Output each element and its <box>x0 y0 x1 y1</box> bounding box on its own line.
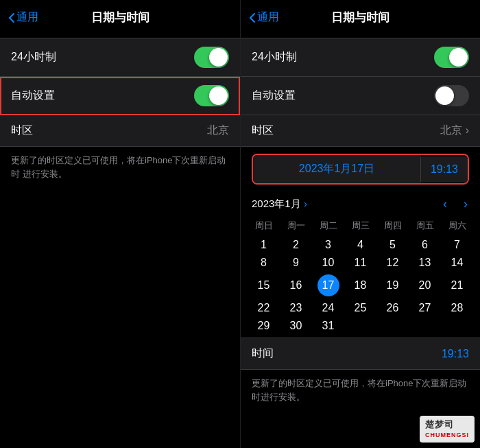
left-panel: 通用 日期与时间 24小时制 自动设置 时区 北京 更新了的时区定义已可使用，将… <box>0 0 240 448</box>
calendar-next-button[interactable]: › <box>462 197 469 211</box>
left-title: 日期与时间 <box>91 10 149 25</box>
calendar-day[interactable]: 13 <box>409 254 441 272</box>
calendar-day[interactable]: 5 <box>376 236 409 254</box>
right-title: 日期与时间 <box>331 10 389 25</box>
right-row-24h: 24小时制 <box>241 38 480 77</box>
calendar-day[interactable]: 29 <box>248 317 280 335</box>
calendar-day[interactable]: 7 <box>441 236 473 254</box>
weekday-0: 周日 <box>248 217 280 236</box>
calendar-day[interactable]: 18 <box>344 272 376 299</box>
left-row-auto: 自动设置 <box>0 77 240 115</box>
calendar-day[interactable]: 4 <box>344 236 376 254</box>
left-header: 通用 日期与时间 <box>0 0 240 32</box>
calendar-day[interactable]: 6 <box>409 236 441 254</box>
left-24h-toggle[interactable] <box>194 47 229 68</box>
calendar-day[interactable]: 10 <box>312 254 344 272</box>
weekday-4: 周四 <box>376 217 409 236</box>
right-settings-section: 24小时制 自动设置 时区 北京 › <box>241 38 480 147</box>
right-row-timezone[interactable]: 时区 北京 › <box>241 115 480 147</box>
right-note: 更新了的时区定义已可使用，将在iPhone下次重新启动时进行安装。 <box>241 370 480 410</box>
time-label: 时间 <box>252 346 274 361</box>
right-header: 通用 日期与时间 <box>241 0 480 32</box>
left-timezone-value: 北京 <box>207 123 229 138</box>
watermark: 楚梦司 CHUMENGSI <box>420 416 475 443</box>
calendar-month-arrow: › <box>304 198 307 209</box>
date-display-date: 2023年1月17日 <box>253 155 420 183</box>
calendar-nav: ‹ › <box>442 197 469 211</box>
left-row-timezone: 时区 北京 <box>0 115 240 147</box>
watermark-en: CHUMENGSI <box>425 431 469 440</box>
left-back-label: 通用 <box>16 10 38 25</box>
calendar-day[interactable]: 23 <box>280 299 312 317</box>
left-auto-label: 自动设置 <box>11 89 55 103</box>
weekday-6: 周六 <box>441 217 473 236</box>
left-24h-thumb <box>209 48 228 67</box>
calendar-day[interactable]: 20 <box>409 272 441 299</box>
calendar-day[interactable] <box>441 317 473 335</box>
calendar-day[interactable]: 3 <box>312 236 344 254</box>
left-24h-label: 24小时制 <box>11 50 56 64</box>
right-panel: 通用 日期与时间 24小时制 自动设置 时区 北京 › <box>240 0 480 448</box>
right-auto-toggle[interactable] <box>434 85 469 106</box>
date-display-row[interactable]: 2023年1月17日 19:13 <box>252 154 469 185</box>
right-24h-thumb <box>449 48 468 67</box>
calendar-day[interactable]: 24 <box>312 299 344 317</box>
calendar-day[interactable]: 12 <box>376 254 409 272</box>
calendar-day[interactable]: 11 <box>344 254 376 272</box>
right-auto-label: 自动设置 <box>252 89 296 103</box>
right-timezone-value: 北京 › <box>440 123 469 138</box>
watermark-zh: 楚梦司 <box>425 418 469 431</box>
left-settings-section: 24小时制 自动设置 时区 北京 <box>0 38 240 147</box>
right-timezone-label: 时区 <box>252 123 274 138</box>
time-row[interactable]: 时间 19:13 <box>241 338 480 370</box>
calendar-day[interactable]: 22 <box>248 299 280 317</box>
calendar-header: 2023年1月 › ‹ › <box>248 191 473 217</box>
calendar-day[interactable]: 9 <box>280 254 312 272</box>
calendar-day[interactable]: 31 <box>312 317 344 335</box>
calendar-prev-button[interactable]: ‹ <box>442 197 448 211</box>
left-back-button[interactable]: 通用 <box>8 10 38 25</box>
calendar-day[interactable]: 19 <box>376 272 409 299</box>
right-panel-wrapper: 通用 日期与时间 24小时制 自动设置 时区 北京 › <box>240 0 480 448</box>
calendar-day[interactable] <box>376 317 409 335</box>
time-value: 19:13 <box>442 348 469 360</box>
left-auto-toggle[interactable] <box>194 85 229 106</box>
calendar-day[interactable]: 25 <box>344 299 376 317</box>
calendar-day[interactable]: 30 <box>280 317 312 335</box>
calendar-day[interactable]: 28 <box>441 299 473 317</box>
calendar-day[interactable]: 21 <box>441 272 473 299</box>
calendar-day[interactable]: 26 <box>376 299 409 317</box>
weekday-5: 周五 <box>409 217 441 236</box>
calendar-day[interactable]: 2 <box>280 236 312 254</box>
left-note: 更新了的时区定义已可使用，将在iPhone下次重新启动时 进行安装。 <box>0 147 240 187</box>
calendar-grid: 周日 周一 周二 周三 周四 周五 周六 1234567891011121314… <box>248 217 473 335</box>
weekday-3: 周三 <box>344 217 376 236</box>
left-row-24h: 24小时制 <box>0 38 240 77</box>
calendar-day[interactable]: 14 <box>441 254 473 272</box>
weekday-1: 周一 <box>280 217 312 236</box>
calendar-day[interactable]: 8 <box>248 254 280 272</box>
right-24h-toggle[interactable] <box>434 47 469 68</box>
calendar-day[interactable] <box>344 317 376 335</box>
right-24h-label: 24小时制 <box>252 50 297 64</box>
calendar-day[interactable]: 16 <box>280 272 312 299</box>
calendar-day[interactable]: 15 <box>248 272 280 299</box>
right-row-auto: 自动设置 <box>241 77 480 115</box>
right-auto-thumb <box>435 86 454 105</box>
date-display-time: 19:13 <box>420 156 468 182</box>
calendar-day[interactable]: 17 <box>312 272 344 299</box>
calendar-day[interactable]: 1 <box>248 236 280 254</box>
weekday-2: 周二 <box>312 217 344 236</box>
calendar-day[interactable] <box>409 317 441 335</box>
calendar-month-year: 2023年1月 › <box>252 198 307 211</box>
calendar-day[interactable]: 27 <box>409 299 441 317</box>
right-back-label: 通用 <box>257 10 279 25</box>
left-auto-thumb <box>209 86 228 105</box>
left-timezone-label: 时区 <box>11 123 33 138</box>
calendar: 2023年1月 › ‹ › 周日 周一 周二 周三 周四 周五 周六 <box>248 191 473 335</box>
right-back-button[interactable]: 通用 <box>249 10 279 25</box>
